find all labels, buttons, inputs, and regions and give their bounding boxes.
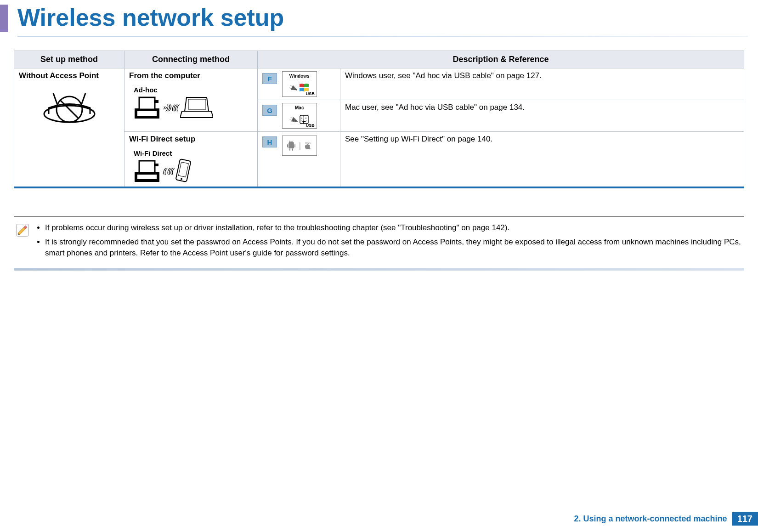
printer-icon	[133, 95, 161, 120]
content-area: Set up method Connecting method Descript…	[0, 37, 758, 188]
note-icon-wrap	[16, 222, 36, 262]
adhoc-label: Ad-hoc	[134, 86, 253, 94]
mac-usb-icon: Mac 🔌 USB	[282, 103, 317, 129]
svg-point-11	[301, 118, 302, 119]
setup-method-label: Without Access Point	[19, 71, 119, 80]
tag-f: F	[262, 73, 277, 84]
page-title: Wireless network setup	[17, 4, 758, 31]
no-access-point-icon	[19, 89, 119, 125]
svg-point-0	[44, 106, 95, 122]
note-pencil-icon	[16, 223, 29, 237]
note-box: If problems occur during wireless set up…	[14, 216, 744, 271]
setup-table: Set up method Connecting method Descript…	[14, 51, 744, 187]
svg-rect-14	[137, 175, 157, 179]
th-setup-method: Set up method	[14, 51, 124, 68]
cell-connecting-from-computer: From the computer Ad-hoc »))) ((((	[124, 68, 258, 132]
cell-tag-f: F Windows 🔌 USB	[258, 68, 340, 100]
svg-line-26	[293, 141, 293, 142]
table-row: Without Access Point From the computer A…	[14, 68, 744, 100]
svg-line-4	[60, 100, 79, 119]
page-header: Wireless network setup	[0, 0, 758, 32]
apple-ios-icon: iOS	[304, 141, 312, 151]
adhoc-diagram: Ad-hoc »))) ((((	[129, 86, 253, 120]
cell-connecting-wifi-direct: Wi-Fi Direct setup Wi-Fi Direct (( ((((	[124, 132, 258, 187]
desc-h-text: See "Setting up Wi-Fi Direct" on page 14…	[345, 135, 492, 143]
cell-desc-h: See "Setting up Wi-Fi Direct" on page 14…	[340, 132, 744, 187]
tag-h: H	[262, 136, 277, 147]
svg-rect-22	[294, 144, 295, 147]
note-list: If problems occur during wireless set up…	[36, 222, 744, 262]
windows-usb-icon: Windows 🔌 USB	[282, 71, 317, 97]
svg-rect-15	[139, 161, 155, 173]
wireless-waves-icon: »))) ((((	[162, 103, 179, 112]
separator: |	[299, 141, 301, 151]
table-header-row: Set up method Connecting method Descript…	[14, 51, 744, 68]
android-ios-icon: | iOS	[282, 136, 317, 156]
th-connecting-method: Connecting method	[124, 51, 258, 68]
cell-tag-g: G Mac 🔌 USB	[258, 100, 340, 132]
tag-g: G	[262, 105, 277, 116]
cell-desc-f: Windows user, see "Ad hoc via USB cable"…	[340, 68, 744, 100]
laptop-icon	[180, 96, 213, 119]
desc-g-text: Mac user, see "Ad hoc via USB cable" on …	[345, 103, 525, 112]
accent-bar	[0, 5, 8, 32]
footer-chapter: 2. Using a network-connected machine	[574, 514, 732, 524]
note-item: If problems occur during wireless set up…	[45, 222, 744, 234]
router-crossed-icon	[40, 89, 99, 125]
desc-f-text: Windows user, see "Ad hoc via USB cable"…	[345, 71, 542, 80]
svg-rect-7	[139, 97, 155, 109]
from-computer-label: From the computer	[129, 71, 253, 80]
footer-page-number: 117	[732, 512, 758, 526]
note-item: It is strongly recommneded that you set …	[45, 237, 744, 259]
page-footer: 2. Using a network-connected machine 117	[574, 512, 758, 526]
wifi-direct-setup-label: Wi-Fi Direct setup	[129, 135, 253, 144]
printer-icon	[133, 158, 161, 184]
cell-setup-method: Without Access Point	[14, 68, 124, 187]
smartphone-icon	[175, 158, 192, 184]
cell-tag-h: H | iOS	[258, 132, 340, 187]
note-bottom-accent	[14, 268, 744, 271]
svg-rect-23	[289, 148, 290, 151]
svg-rect-20	[288, 144, 294, 148]
wifi-direct-label: Wi-Fi Direct	[134, 149, 253, 157]
svg-rect-10	[300, 115, 308, 124]
svg-rect-16	[154, 164, 158, 166]
svg-point-12	[305, 118, 306, 119]
svg-rect-8	[154, 100, 158, 103]
wifi-direct-diagram: Wi-Fi Direct (( ((((	[129, 149, 253, 184]
table-bottom-accent	[14, 187, 744, 188]
wireless-waves-icon: (( ((((	[162, 167, 175, 175]
svg-line-25	[289, 141, 290, 142]
cell-desc-g: Mac user, see "Ad hoc via USB cable" on …	[340, 100, 744, 132]
android-icon	[287, 140, 296, 151]
svg-rect-6	[137, 111, 157, 116]
th-description: Description & Reference	[258, 51, 744, 68]
svg-rect-21	[287, 144, 288, 147]
svg-rect-24	[292, 148, 293, 151]
